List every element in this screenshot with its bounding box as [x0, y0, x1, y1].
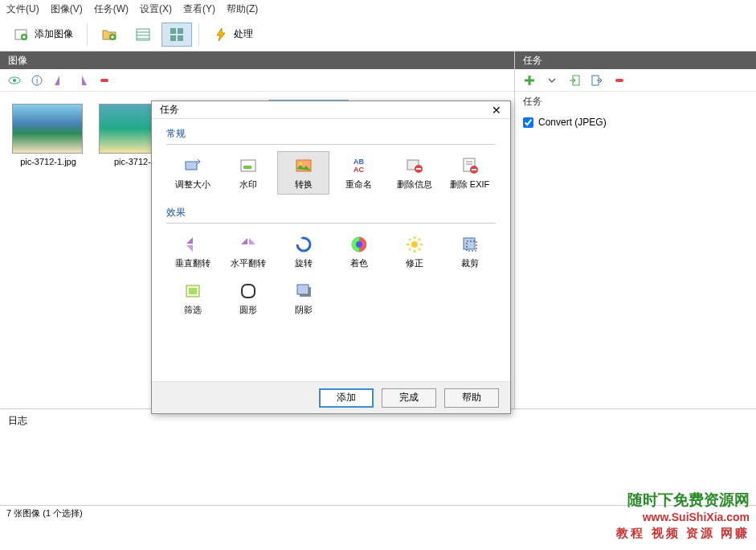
- done-button[interactable]: 完成: [382, 388, 436, 408]
- info-icon[interactable]: i: [31, 74, 43, 87]
- task-label: 旋转: [295, 257, 313, 269]
- flip-h-icon: [239, 235, 258, 254]
- add-image-icon: [14, 27, 30, 43]
- sun-icon: [405, 235, 424, 254]
- folder-button[interactable]: [94, 23, 125, 47]
- close-icon[interactable]: ✕: [488, 103, 505, 117]
- add-image-button[interactable]: 添加图像: [6, 23, 80, 47]
- svg-rect-9: [170, 35, 176, 41]
- svg-rect-8: [178, 28, 183, 34]
- task-label: Convert (JPEG): [538, 117, 607, 128]
- rotate-icon: [294, 235, 313, 254]
- folder-add-icon: [101, 27, 117, 43]
- tasks-panel: 任务 任务 Convert (JPEG): [515, 51, 756, 408]
- general-task-grid: 调整大小 水印 转换 ABAC 重命名 删除信息 删除 EXIF: [166, 151, 496, 195]
- task-shadow[interactable]: 阴影: [277, 277, 329, 320]
- svg-point-34: [411, 241, 418, 248]
- task-label: 圆形: [239, 304, 257, 316]
- menu-settings[interactable]: 设置(X): [140, 2, 172, 16]
- filter-icon: [183, 281, 202, 301]
- toolbar: 添加图像 处理: [0, 18, 756, 51]
- task-round[interactable]: 圆形: [222, 277, 274, 320]
- remove-task-icon[interactable]: [613, 74, 626, 87]
- grid-icon: [169, 27, 185, 43]
- svg-line-39: [409, 239, 411, 240]
- task-rename[interactable]: ABAC 重命名: [333, 151, 385, 195]
- separator: [87, 23, 88, 46]
- import-icon[interactable]: [568, 74, 581, 87]
- dropdown-icon[interactable]: [546, 74, 558, 87]
- task-rotate[interactable]: 旋转: [277, 230, 329, 273]
- task-correct[interactable]: 修正: [388, 230, 440, 273]
- menu-view[interactable]: 查看(Y): [183, 2, 215, 16]
- menu-image[interactable]: 图像(V): [51, 2, 83, 16]
- watermark: 随时下免费资源网 www.SuiShiXia.com 教程 视频 资源 网赚: [616, 490, 750, 540]
- svg-rect-10: [178, 35, 183, 41]
- list-view-button[interactable]: [128, 23, 158, 47]
- task-label: 调整大小: [175, 179, 210, 191]
- task-flip-v[interactable]: 垂直翻转: [166, 230, 219, 273]
- menu-file[interactable]: 文件(U): [6, 2, 39, 16]
- lightning-icon: [213, 27, 229, 43]
- images-toolbar: i: [0, 69, 514, 92]
- flip-left-icon[interactable]: [53, 74, 66, 87]
- task-label: 转换: [295, 179, 313, 191]
- export-icon[interactable]: [590, 74, 603, 87]
- effects-task-grid: 垂直翻转 水平翻转 旋转 着色 修正 裁剪: [166, 230, 496, 320]
- grid-view-button[interactable]: [161, 23, 192, 47]
- eye-icon[interactable]: [8, 74, 21, 87]
- task-label: 重命名: [345, 179, 372, 191]
- task-colorize[interactable]: 着色: [333, 230, 385, 273]
- task-filter[interactable]: 筛选: [166, 277, 219, 320]
- rename-icon: ABAC: [349, 156, 369, 175]
- task-label: 着色: [350, 257, 368, 269]
- svg-rect-47: [242, 285, 255, 298]
- watermark-line3: 教程 视频 资源 网赚: [616, 525, 750, 541]
- flip-v-icon: [183, 235, 202, 254]
- svg-rect-15: [100, 79, 108, 82]
- task-label: 水印: [239, 179, 257, 191]
- dialog-titlebar: 任务 ✕: [152, 101, 510, 119]
- task-checkbox[interactable]: [523, 117, 533, 128]
- help-button[interactable]: 帮助: [444, 388, 499, 408]
- task-resize[interactable]: 调整大小: [166, 151, 219, 195]
- list-icon: [135, 27, 151, 43]
- task-label: 删除 EXIF: [450, 179, 490, 191]
- task-list-item[interactable]: Convert (JPEG): [523, 117, 748, 128]
- shadow-icon: [294, 281, 313, 301]
- task-label: 修正: [406, 257, 423, 269]
- svg-rect-7: [170, 28, 176, 34]
- task-delete-exif[interactable]: 删除 EXIF: [443, 151, 496, 195]
- watermark-line1: 随时下免费资源网: [616, 490, 750, 511]
- menu-help[interactable]: 帮助(Z): [227, 2, 258, 16]
- tasks-header: 任务: [515, 51, 756, 69]
- task-convert[interactable]: 转换: [277, 151, 329, 195]
- remove-icon[interactable]: [98, 74, 111, 87]
- svg-rect-21: [243, 166, 251, 169]
- task-label: 垂直翻转: [175, 257, 210, 269]
- separator: [198, 23, 199, 46]
- process-button[interactable]: 处理: [206, 23, 260, 47]
- log-title: 日志: [8, 414, 748, 428]
- task-flip-h[interactable]: 水平翻转: [222, 230, 274, 273]
- round-icon: [239, 281, 258, 301]
- resize-icon: [183, 156, 202, 175]
- thumbnail-item[interactable]: pic-3712-1.jpg: [8, 100, 88, 170]
- flip-right-icon[interactable]: [76, 74, 88, 87]
- task-label: 阴影: [295, 304, 313, 316]
- task-watermark[interactable]: 水印: [222, 151, 274, 195]
- svg-rect-43: [464, 238, 475, 249]
- task-crop[interactable]: 裁剪: [443, 230, 496, 273]
- task-label: 筛选: [184, 304, 202, 316]
- add-task-icon[interactable]: [523, 74, 536, 87]
- add-image-label: 添加图像: [35, 27, 73, 41]
- task-list: Convert (JPEG): [515, 112, 756, 133]
- crop-icon: [460, 235, 480, 254]
- divider: [166, 223, 496, 224]
- task-delete-info[interactable]: 删除信息: [388, 151, 440, 195]
- delete-exif-icon: [460, 156, 480, 175]
- task-label: 裁剪: [461, 257, 479, 269]
- add-button[interactable]: 添加: [319, 388, 374, 408]
- svg-line-40: [419, 248, 420, 250]
- menu-task[interactable]: 任务(W): [94, 2, 129, 16]
